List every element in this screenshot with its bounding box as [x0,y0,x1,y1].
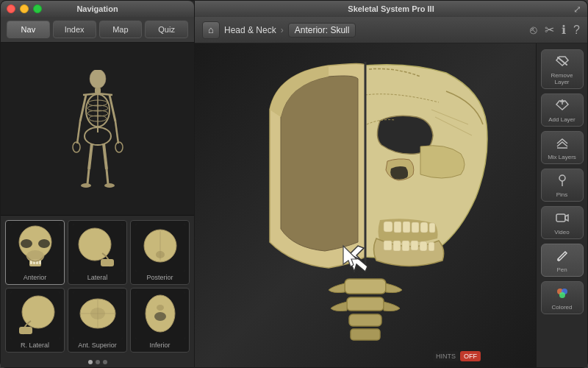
svg-rect-71 [347,297,384,311]
colored-button[interactable]: Colored [541,281,584,314]
svg-point-26 [21,239,32,248]
dot-3[interactable] [103,360,107,364]
dot-2[interactable] [96,360,100,364]
svg-rect-84 [556,214,565,222]
svg-line-78 [558,57,567,65]
svg-point-23 [104,183,115,188]
thumb-inferior[interactable]: Inferior [130,288,190,353]
info-icon[interactable]: ℹ [562,23,566,37]
svg-rect-45 [19,327,32,334]
thumb-posterior-img [135,224,185,272]
svg-line-20 [87,169,89,184]
tools-icon[interactable]: ✂ [545,23,554,37]
video-button[interactable]: Video [541,206,584,239]
thumb-lateral-img [73,224,123,272]
thumb-lateral[interactable]: Lateral [68,220,127,285]
tab-nav[interactable]: Nav [7,21,50,38]
add-layer-icon [555,99,570,115]
maximize-button[interactable] [33,4,42,13]
svg-rect-62 [420,222,428,233]
svg-point-82 [559,175,565,181]
thumb-posterior[interactable]: Posterior [130,220,190,285]
minimize-button[interactable] [20,4,29,13]
thumb-anterior-label: Anterior [24,274,47,281]
navigation-panel: Navigation Nav Index Map Quiz [0,0,195,368]
pen-button[interactable]: Pen [541,244,584,277]
thumb-lateral-label: Lateral [87,274,108,281]
mix-layers-icon [555,136,570,152]
thumb-inferior-label: Inferior [149,342,170,349]
add-layer-button[interactable]: Add Layer [541,93,584,127]
hints-toggle[interactable]: HINTS OFF [433,351,481,361]
svg-point-0 [90,70,106,88]
pins-button[interactable]: Pins [541,169,584,202]
nav-panel-title: Navigation [76,4,118,13]
thumb-ant-superior-label: Ant. Superior [78,342,117,349]
svg-line-12 [80,95,86,121]
svg-point-27 [38,239,50,248]
expand-icon[interactable]: ⤢ [573,4,581,15]
thumb-r-lateral[interactable]: R. Lateral [5,288,65,353]
tab-index[interactable]: Index [53,21,96,38]
home-icon: ⌂ [208,24,214,35]
right-toolbar: Remove Layer Add Layer [536,43,587,367]
svg-point-22 [81,183,91,188]
tab-quiz[interactable]: Quiz [145,21,188,38]
svg-line-21 [107,169,108,184]
svg-line-13 [77,121,80,144]
svg-rect-1 [95,88,101,93]
skull-illustration [233,51,498,360]
pins-label: Pins [556,191,568,198]
titlebar-controls: ⤢ [573,4,581,15]
nav-tabs: Nav Index Map Quiz [1,17,194,43]
svg-rect-70 [345,279,386,294]
svg-line-18 [89,144,92,169]
svg-rect-63 [429,223,435,233]
thumb-r-lateral-label: R. Lateral [21,342,49,349]
pen-icon [555,249,570,265]
skull-view[interactable]: HINTS OFF [195,43,536,367]
colored-icon [555,286,570,302]
breadcrumb-current: Anterior: Skull [288,23,356,38]
thumb-anterior[interactable]: Anterior [5,220,65,285]
svg-rect-59 [394,222,401,233]
breadcrumb-separator: › [281,25,284,35]
svg-rect-58 [384,222,392,232]
thumb-posterior-label: Posterior [146,274,173,281]
dot-1[interactable] [88,360,93,364]
svg-point-54 [157,305,164,311]
video-icon [555,211,570,227]
remove-layer-label: Remove Layer [545,72,580,85]
hints-status: OFF [460,351,481,361]
thumb-ant-superior[interactable]: Ant. Superior [68,288,127,353]
svg-line-19 [104,144,107,169]
svg-point-16 [73,142,80,152]
breadcrumb-parent[interactable]: Head & Neck [224,25,276,35]
home-button[interactable]: ⌂ [202,21,220,39]
tab-map[interactable]: Map [99,21,143,38]
svg-rect-37 [101,259,114,266]
skeleton-figure [68,70,127,188]
share-icon[interactable]: ⎋ [530,24,537,37]
mix-layers-button[interactable]: Mix Layers [541,131,584,164]
svg-rect-73 [351,329,380,340]
content-area: HINTS OFF Remove Layer [195,43,587,367]
close-button[interactable] [7,4,15,13]
thumb-inferior-img [135,291,185,339]
svg-marker-85 [565,215,568,221]
breadcrumb-actions: ⎋ ✂ ℹ ? [530,23,580,37]
remove-layer-button[interactable]: Remove Layer [541,49,584,89]
svg-rect-33 [39,261,41,264]
breadcrumb-bar: ⌂ Head & Neck › Anterior: Skull ⎋ ✂ ℹ ? [195,17,587,43]
svg-point-90 [559,292,565,298]
help-icon[interactable]: ? [573,24,580,37]
svg-rect-68 [420,241,427,251]
app-title: Skeletal System Pro III [348,4,434,13]
svg-rect-67 [411,241,418,250]
svg-rect-64 [384,241,392,250]
pins-icon [555,174,570,190]
mix-layers-label: Mix Layers [548,154,576,160]
main-titlebar: Skeletal System Pro III ⤢ [195,1,587,17]
svg-rect-65 [393,241,401,251]
svg-point-53 [154,312,166,321]
